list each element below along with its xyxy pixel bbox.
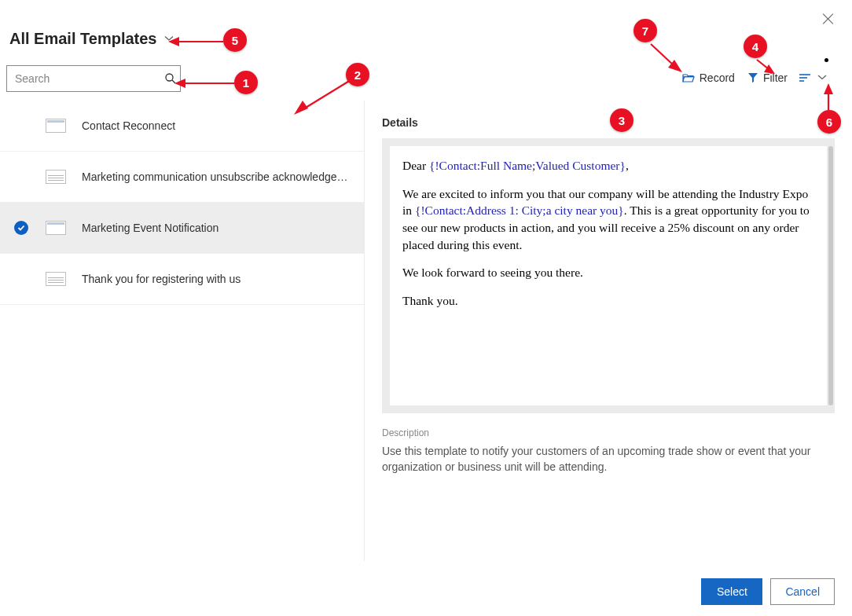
record-button[interactable]: Record — [682, 72, 735, 84]
description-text: Use this template to notify your custome… — [382, 443, 835, 475]
svg-marker-8 — [294, 101, 308, 115]
filter-icon — [747, 72, 758, 83]
template-thumb-icon — [46, 272, 66, 286]
search-input[interactable] — [7, 72, 160, 85]
annotation-arrow — [648, 42, 685, 74]
search-box[interactable] — [6, 65, 181, 92]
preview-greeting: Dear {!Contact:Full Name;Valued Customer… — [402, 157, 814, 174]
svg-point-0 — [166, 74, 173, 81]
sort-icon[interactable] — [799, 72, 813, 83]
annotation-marker-4: 4 — [744, 35, 767, 58]
annotation-arrow — [821, 83, 836, 110]
annotation-arrow — [168, 36, 223, 47]
annotation-marker-1: 1 — [234, 71, 258, 94]
record-label: Record — [700, 72, 735, 84]
list-item-label: Thank you for registering with us — [82, 273, 241, 285]
template-thumb-icon — [46, 170, 66, 184]
list-item[interactable]: Marketing Event Notification — [0, 203, 364, 254]
toolbar: Record Filter — [670, 71, 827, 85]
annotation-arrow — [174, 77, 234, 90]
svg-line-7 — [302, 80, 351, 110]
list-item[interactable]: Marketing communication unsubscribe ackn… — [0, 152, 364, 203]
cancel-button[interactable]: Cancel — [770, 578, 835, 605]
details-pane: Details Dear {!Contact:Full Name;Valued … — [365, 101, 852, 561]
check-column — [14, 221, 46, 235]
scrollbar[interactable] — [828, 146, 833, 405]
annotation-marker-3: 3 — [610, 108, 633, 132]
preview-paragraph: We are excited to inform you that our co… — [402, 185, 814, 254]
annotation-marker-2: 2 — [346, 63, 369, 86]
details-header: Details — [382, 116, 835, 129]
template-thumb-icon — [46, 221, 66, 235]
annotation-marker-5: 5 — [223, 28, 247, 52]
merge-token: {!Contact:Full Name;Valued Customer} — [429, 159, 626, 172]
body: Contact Reconnect Marketing communicatio… — [0, 101, 852, 561]
merge-token: {!Contact:Address 1: City;a city near yo… — [415, 204, 624, 217]
list-item[interactable]: Thank you for registering with us — [0, 254, 364, 305]
view-selector[interactable]: All Email Templates — [9, 30, 174, 48]
preview-body: Dear {!Contact:Full Name;Valued Customer… — [390, 146, 827, 405]
close-icon[interactable] — [822, 13, 835, 25]
page-title: All Email Templates — [9, 30, 156, 48]
select-button[interactable]: Select — [701, 578, 762, 605]
annotation-marker-6: 6 — [817, 110, 841, 134]
preview-paragraph: We look forward to seeing you there. — [402, 264, 814, 281]
email-template-dialog: All Email Templates Record Filter — [0, 0, 852, 616]
preview-frame: Dear {!Contact:Full Name;Valued Customer… — [382, 138, 835, 413]
description-label: Description — [382, 427, 835, 438]
list-item-label: Marketing Event Notification — [82, 222, 219, 234]
more-dot-icon[interactable] — [824, 58, 828, 62]
list-item-label: Contact Reconnect — [82, 119, 175, 132]
svg-line-15 — [651, 44, 674, 66]
svg-marker-14 — [824, 83, 833, 94]
dialog-footer: Select Cancel — [701, 578, 835, 605]
annotation-arrow — [291, 79, 354, 116]
template-thumb-icon — [46, 119, 66, 133]
folder-open-icon — [682, 72, 695, 83]
selected-check-icon — [14, 221, 28, 235]
preview-paragraph: Thank you. — [402, 292, 814, 310]
template-list: Contact Reconnect Marketing communicatio… — [0, 101, 365, 561]
list-item-label: Marketing communication unsubscribe ackn… — [82, 170, 348, 183]
annotation-arrow — [753, 58, 777, 74]
svg-marker-12 — [168, 37, 179, 46]
svg-marker-6 — [174, 79, 185, 88]
annotation-marker-7: 7 — [633, 19, 657, 42]
